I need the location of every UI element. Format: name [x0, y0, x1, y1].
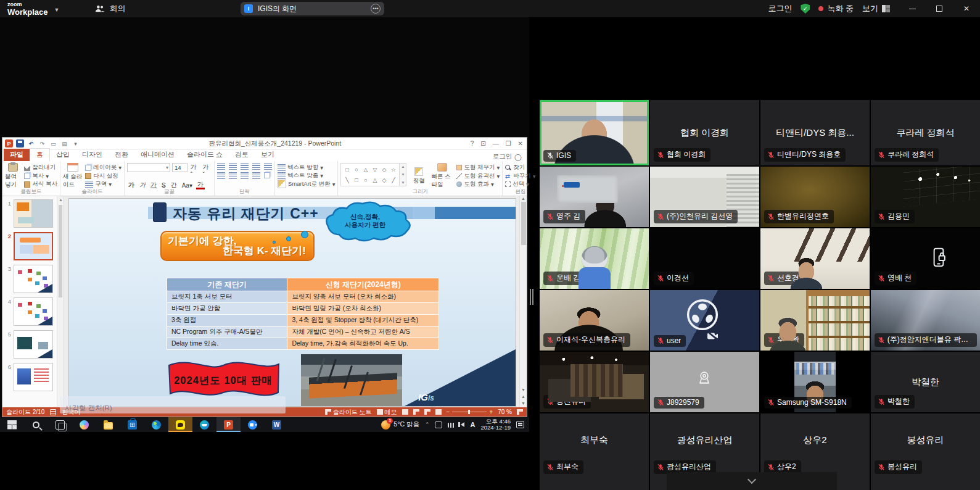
arrange-button[interactable]: 정렬: [410, 163, 428, 189]
normal-view-icon[interactable]: [402, 409, 408, 415]
tab-shared-screen[interactable]: I IGIS의 화면 •••: [241, 2, 384, 15]
participant-tile-IGIS[interactable]: IGIS: [540, 100, 649, 165]
gallery-next-page-button[interactable]: [667, 472, 837, 490]
ribbon-tab-7[interactable]: 슬라이드 쇼: [181, 149, 229, 161]
shape-icon[interactable]: □: [355, 177, 358, 183]
participant-tile-최부숙[interactable]: 최부숙최부숙: [540, 413, 649, 490]
text-direction-button[interactable]: 텍스트 방향 ▾: [278, 164, 335, 172]
numbering-icon[interactable]: [229, 163, 237, 170]
section-button[interactable]: 구역 ▾: [85, 180, 121, 188]
qat-customize-icon[interactable]: ▾: [72, 139, 80, 147]
participant-tile-(주)인천유리 김선영[interactable]: (주)인천유리 김선영: [650, 167, 759, 227]
change-case-button[interactable]: Aa▾: [181, 182, 194, 189]
ribbon-tab-3[interactable]: 삽입: [50, 149, 76, 161]
taskbar-whale-button[interactable]: [192, 417, 216, 432]
maximize-button[interactable]: [926, 0, 953, 17]
notes-button[interactable]: 슬라이드 노트: [325, 408, 372, 417]
line-spacing-icon[interactable]: [264, 163, 272, 170]
scroll-down-icon[interactable]: ▼: [521, 388, 525, 392]
taskbar-task-view-button[interactable]: [48, 417, 72, 432]
ribbon-tab-1[interactable]: 파일: [4, 149, 30, 161]
thumbnail-scrollbar[interactable]: ▲: [57, 196, 64, 407]
layout-button[interactable]: 레이아웃 ▾: [85, 164, 121, 172]
participant-tile-쿠라레 정희석[interactable]: 쿠라레 정희석쿠라레 정희석: [871, 100, 980, 165]
text-align-button[interactable]: 텍스트 맞춤 ▾: [278, 172, 335, 180]
indent-increase-icon[interactable]: [252, 163, 260, 170]
shape-icon[interactable]: □: [345, 167, 348, 173]
slideshow-icon[interactable]: ▭: [49, 139, 57, 147]
zoom-slider[interactable]: −+: [447, 409, 493, 415]
ribbon-tab-9[interactable]: 보기: [255, 149, 281, 161]
align-center-icon[interactable]: [229, 172, 237, 179]
slide-thumbnail-6[interactable]: [14, 363, 53, 391]
office-login[interactable]: 로그인 ◯: [493, 152, 522, 161]
align-right-icon[interactable]: [241, 172, 249, 179]
participant-tile-선호경[interactable]: 선호경: [760, 228, 870, 289]
paste-button[interactable]: 붙여넣기: [5, 163, 21, 189]
ribbon-tab-4[interactable]: 디자인: [76, 149, 109, 161]
slide-thumbnail-4[interactable]: [14, 297, 53, 326]
participant-tile-이경선[interactable]: 이경선: [650, 228, 759, 289]
participant-tile-티앤티/DYS 최용호[interactable]: 티앤티/DYS 최용...티앤티/DYS 최용호: [760, 100, 870, 165]
shape-icon[interactable]: ◇: [382, 167, 386, 173]
ribbon-tab-2[interactable]: 홈: [30, 148, 50, 161]
ribbon-tab-6[interactable]: 애니메이션: [134, 149, 181, 161]
grow-font-button[interactable]: 가ˆ: [189, 163, 200, 178]
participant-tile-김용민[interactable]: 김용민: [871, 167, 980, 227]
slide-sorter-view-icon[interactable]: [413, 409, 419, 415]
weather-widget[interactable]: 5 5°C 맑음: [381, 420, 419, 430]
participant-tile-이재석-우신복층유리[interactable]: 이재석-우신복층유리: [540, 290, 649, 351]
slide-thumbnail-1[interactable]: [14, 199, 53, 228]
undo-icon[interactable]: ↶: [27, 139, 35, 147]
participant-tile-영주 김[interactable]: 영주 김: [540, 167, 649, 227]
bullets-icon[interactable]: [217, 163, 225, 170]
language-indicator[interactable]: 한국어: [62, 408, 80, 417]
shapes-gallery-scroll[interactable]: ▲▼▼: [400, 163, 406, 186]
shape-icon[interactable]: △: [373, 177, 377, 183]
taskbar-clock[interactable]: 오후 4:46 2024-12-19: [480, 418, 511, 431]
zoom-percentage[interactable]: 70 %: [498, 409, 512, 415]
ppt-minimize-button[interactable]: —: [493, 140, 499, 147]
chevron-down-icon[interactable]: ▼: [54, 7, 60, 13]
keyboard-tray-icon[interactable]: [448, 423, 455, 428]
more-options-icon[interactable]: •••: [371, 4, 381, 14]
collapse-ribbon-icon[interactable]: ⌃: [520, 189, 524, 195]
next-slide-icon[interactable]: ▼: [521, 401, 525, 405]
slide-canvas[interactable]: 자동 유리 재단기 C++ 신속,정확, 사용자가 편한 기본기에 강한: [68, 198, 516, 407]
indent-decrease-icon[interactable]: [241, 163, 249, 170]
tab-meeting[interactable]: 회의: [95, 3, 125, 14]
scrollbar-thumb[interactable]: [521, 202, 526, 245]
shape-effects-button[interactable]: 도형 효과 ▾: [456, 180, 500, 188]
participant-tile-Samsung SM-S918N[interactable]: Samsung SM-S918N: [760, 352, 870, 412]
participant-tile-용진유리[interactable]: 용진유리: [540, 352, 649, 412]
taskbar-copilot-button[interactable]: [72, 417, 96, 432]
participant-tile-한별유리정연호[interactable]: 한별유리정연호: [760, 167, 870, 227]
slide-thumbnail-3[interactable]: [14, 265, 53, 293]
taskbar-search-button[interactable]: [24, 417, 48, 432]
login-button[interactable]: 로그인: [768, 3, 792, 14]
preview-icon[interactable]: ▤: [60, 139, 68, 147]
replace-button[interactable]: ⇄바꾸기 ▾: [505, 172, 535, 180]
redo-icon[interactable]: ↷: [38, 139, 46, 147]
columns-icon[interactable]: [264, 172, 270, 178]
reading-view-icon[interactable]: [424, 409, 430, 415]
previous-slide-icon[interactable]: ▲: [521, 394, 525, 399]
shape-icon[interactable]: ○: [355, 167, 358, 173]
participant-tile-운배 김[interactable]: 운배 김: [540, 228, 649, 289]
align-left-icon[interactable]: [217, 172, 225, 179]
security-tray-icon[interactable]: [435, 421, 442, 428]
ribbon-tab-5[interactable]: 전환: [109, 149, 134, 161]
shape-icon[interactable]: ◇: [382, 177, 386, 183]
shape-icon[interactable]: ╲: [345, 177, 348, 183]
font-size-combobox[interactable]: 14: [172, 163, 187, 172]
security-shield-icon[interactable]: ✓: [801, 4, 810, 14]
minimize-button[interactable]: [899, 0, 926, 17]
view-button[interactable]: 보기: [862, 3, 890, 14]
format-painter-button[interactable]: 서식 복사: [24, 180, 57, 188]
taskbar-start-button[interactable]: [0, 417, 24, 432]
copy-button[interactable]: 복사 ▾: [24, 172, 57, 180]
shape-icon[interactable]: ☆: [391, 167, 396, 173]
fit-to-window-icon[interactable]: [517, 409, 523, 415]
panel-resize-handle[interactable]: [529, 289, 534, 305]
taskbar-file-explorer-button[interactable]: [96, 417, 120, 432]
